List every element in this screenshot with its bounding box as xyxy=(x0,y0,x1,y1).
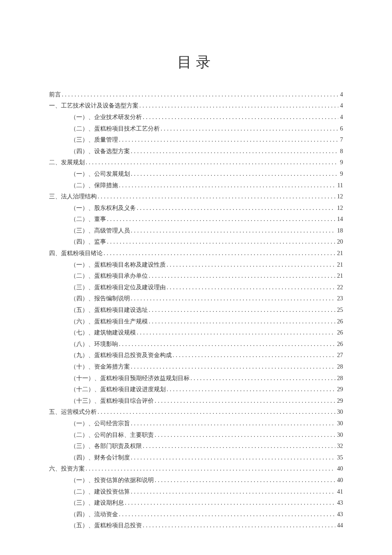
toc-entry[interactable]: （八）、环境影响26 xyxy=(49,339,343,350)
toc-entry[interactable]: （二）、保障措施11 xyxy=(49,180,343,192)
toc-entry-page: 40 xyxy=(336,475,343,486)
toc-entry-label: （三）、高级管理人员 xyxy=(70,225,130,237)
toc-entry[interactable]: （三）、建设期利息43 xyxy=(49,497,343,509)
toc-entry[interactable]: （二）、蛋糕粉项目技术工艺分析6 xyxy=(49,123,343,135)
toc-leader-dots xyxy=(104,248,335,259)
toc-entry[interactable]: （一）、股东权利及义务12 xyxy=(49,203,343,214)
toc-entry-page: 18 xyxy=(336,225,343,237)
toc-entry-label: （四）、报告编制说明 xyxy=(70,293,130,305)
toc-entry-page: 43 xyxy=(336,509,343,520)
toc-leader-dots xyxy=(149,305,335,316)
toc-entry[interactable]: 五、运营模式分析30 xyxy=(49,407,343,418)
toc-entry[interactable]: （三）、质量管理7 xyxy=(49,134,343,146)
toc-leader-dots xyxy=(131,225,335,237)
toc-entry[interactable]: （一）、蛋糕粉项目名称及建设性质21 xyxy=(49,259,343,271)
toc-entry[interactable]: （十一）、蛋糕粉项目预期经济效益规划目标28 xyxy=(49,373,343,384)
toc-entry[interactable]: 六、投资方案40 xyxy=(49,463,343,475)
toc-entry[interactable]: （四）、财务会计制度35 xyxy=(49,452,343,464)
toc-leader-dots xyxy=(143,441,335,452)
toc-entry-page: 29 xyxy=(336,395,343,407)
toc-entry-page: 29 xyxy=(336,384,343,395)
toc-entry-page: 40 xyxy=(336,463,343,475)
toc-entry-page: 14 xyxy=(336,214,343,225)
toc-leader-dots xyxy=(131,361,335,373)
toc-entry-label: （四）、设备选型方案 xyxy=(70,146,130,157)
toc-entry[interactable]: （七）、建筑物建设规模26 xyxy=(49,327,343,339)
toc-entry[interactable]: （一）、企业技术研发分析4 xyxy=(49,112,343,123)
toc-entry[interactable]: （九）、蛋糕粉项目总投资及资金构成27 xyxy=(49,350,343,361)
toc-entry[interactable]: （四）、流动资金43 xyxy=(49,509,343,520)
toc-leader-dots xyxy=(131,293,335,305)
toc-entry-page: 30 xyxy=(336,430,343,441)
toc-leader-dots xyxy=(167,282,335,293)
toc-leader-dots xyxy=(119,509,335,520)
toc-entry[interactable]: （五）、蛋糕粉项目总投资44 xyxy=(49,520,343,532)
toc-entry-page: 20 xyxy=(336,236,343,248)
toc-entry[interactable]: 三、法人治理结构12 xyxy=(49,191,343,203)
toc-entry-label: 六、投资方案 xyxy=(49,463,85,475)
toc-entry[interactable]: （三）、高级管理人员18 xyxy=(49,225,343,237)
toc-entry[interactable]: 二、发展规划9 xyxy=(49,157,343,169)
toc-leader-dots xyxy=(149,316,335,328)
toc-entry-page: 32 xyxy=(336,441,343,452)
toc-entry[interactable]: （六）、蛋糕粉项目生产规模26 xyxy=(49,316,343,328)
toc-entry[interactable]: （十二）、蛋糕粉项目建设进度规划29 xyxy=(49,384,343,395)
toc-entry[interactable]: （一）、公司经营宗旨30 xyxy=(49,418,343,430)
toc-entry[interactable]: （三）、各部门职责及权限32 xyxy=(49,441,343,452)
toc-leader-dots xyxy=(167,384,335,395)
toc-leader-dots xyxy=(155,430,335,441)
toc-leader-dots xyxy=(107,214,335,225)
toc-entry[interactable]: （二）、建设投资估算41 xyxy=(49,486,343,498)
toc-entry[interactable]: （五）、蛋糕粉项目建设选址25 xyxy=(49,305,343,316)
toc-entry[interactable]: 一、工艺技术设计及设备选型方案4 xyxy=(49,100,343,112)
toc-entry-label: （十）、资金筹措方案 xyxy=(70,361,130,373)
toc-entry-page: 30 xyxy=(336,407,343,418)
toc-entry-page: 30 xyxy=(336,418,343,430)
toc-entry[interactable]: （二）、董事14 xyxy=(49,214,343,225)
toc-leader-dots xyxy=(139,100,338,112)
toc-leader-dots xyxy=(107,236,335,248)
toc-entry-page: 12 xyxy=(336,191,343,203)
toc-entry[interactable]: （三）、蛋糕粉项目定位及建设理由22 xyxy=(49,282,343,293)
toc-leader-dots xyxy=(167,259,335,271)
toc-entry-label: 五、运营模式分析 xyxy=(49,407,97,418)
toc-leader-dots xyxy=(143,112,338,123)
toc-entry-page: 9 xyxy=(339,157,343,169)
toc-leader-dots xyxy=(131,486,335,498)
toc-entry-label: （三）、各部门职责及权限 xyxy=(70,441,142,452)
toc-leader-dots xyxy=(137,203,335,214)
toc-entry-page: 21 xyxy=(336,270,343,282)
toc-entry-label: （一）、企业技术研发分析 xyxy=(70,112,142,123)
toc-entry[interactable]: （一）、公司发展规划9 xyxy=(49,169,343,180)
toc-entry-label: （一）、公司经营宗旨 xyxy=(70,418,130,430)
toc-entry[interactable]: （十三）、蛋糕粉项目综合评价29 xyxy=(49,395,343,407)
toc-leader-dots xyxy=(131,418,335,430)
toc-entry-page: 28 xyxy=(336,361,343,373)
toc-leader-dots xyxy=(119,339,335,350)
toc-entry[interactable]: 前言4 xyxy=(49,89,343,101)
toc-entry[interactable]: （四）、报告编制说明23 xyxy=(49,293,343,305)
toc-entry[interactable]: （二）、蛋糕粉项目承办单位21 xyxy=(49,270,343,282)
toc-entry-page: 6 xyxy=(339,123,343,135)
toc-entry-page: 41 xyxy=(336,486,343,498)
toc-entry-label: （十二）、蛋糕粉项目建设进度规划 xyxy=(70,384,166,395)
toc-entry-page: 4 xyxy=(339,112,343,123)
toc-title: 目录 xyxy=(49,52,343,72)
toc-entry-label: （七）、建筑物建设规模 xyxy=(70,327,136,339)
toc-entry[interactable]: 四、蛋糕粉项目绪论21 xyxy=(49,248,343,259)
toc-entry-page: 27 xyxy=(336,350,343,361)
toc-entry-page: 11 xyxy=(337,180,343,192)
toc-entry-page: 21 xyxy=(336,259,343,271)
table-of-contents: 前言4一、工艺技术设计及设备选型方案4（一）、企业技术研发分析4（二）、蛋糕粉项… xyxy=(49,89,343,532)
toc-entry-page: 35 xyxy=(336,452,343,464)
toc-entry[interactable]: （二）、公司的目标、主要职责30 xyxy=(49,430,343,441)
toc-leader-dots xyxy=(149,270,335,282)
toc-entry[interactable]: （一）、投资估算的依据和说明40 xyxy=(49,475,343,486)
toc-entry-page: 22 xyxy=(336,282,343,293)
toc-entry-label: 三、法人治理结构 xyxy=(49,191,97,203)
toc-entry-label: 四、蛋糕粉项目绪论 xyxy=(49,248,103,259)
toc-entry[interactable]: （十）、资金筹措方案28 xyxy=(49,361,343,373)
toc-entry[interactable]: （四）、设备选型方案8 xyxy=(49,146,343,157)
toc-entry[interactable]: （四）、监事20 xyxy=(49,236,343,248)
toc-entry-page: 8 xyxy=(339,146,343,157)
